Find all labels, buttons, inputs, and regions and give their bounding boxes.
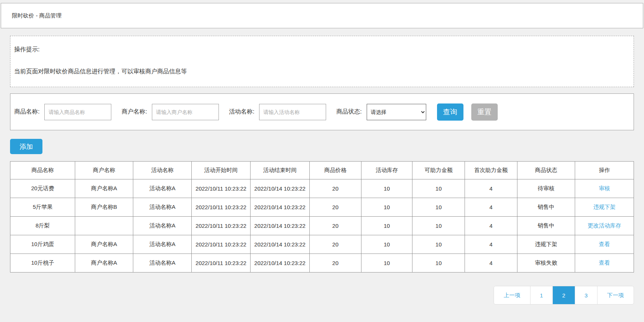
pagination-prev[interactable]: 上一项 <box>494 286 530 304</box>
table-cell: 4 <box>465 179 517 198</box>
table-cell: 20 <box>309 254 361 272</box>
table-cell: 2022/10/11 10:23:22 <box>192 254 250 272</box>
pagination: 上一项123下一项 <box>494 286 634 305</box>
page-title: 限时砍价 - 商品管理 <box>12 12 61 19</box>
table-cell: 2022/10/14 10:23:22 <box>250 235 309 254</box>
table-cell: 4 <box>465 254 517 272</box>
table-row: 5斤苹果商户名称B活动名称A2022/10/11 10:23:222022/10… <box>10 198 634 217</box>
table-cell: 销售中 <box>517 217 575 235</box>
table-cell: 活动名称A <box>133 254 191 272</box>
table-cell: 活动名称A <box>133 235 191 254</box>
table-cell: 商户名称A <box>75 254 133 272</box>
column-header: 商品状态 <box>517 162 575 179</box>
column-header: 活动结束时间 <box>250 162 309 179</box>
table-cell: 10 <box>412 179 465 198</box>
filter-bar: 商品名称: 商户名称: 活动名称: 商品状态: 请选择 查询 重置 <box>10 93 634 130</box>
table-cell: 10 <box>412 198 465 217</box>
products-table: 商品名称商户名称活动名称活动开始时间活动结束时间商品价格活动库存可助力金额首次助… <box>10 161 634 272</box>
row-action-link[interactable]: 更改活动库存 <box>588 222 621 229</box>
reset-button[interactable]: 重置 <box>471 103 498 121</box>
table-header-row: 商品名称商户名称活动名称活动开始时间活动结束时间商品价格活动库存可助力金额首次助… <box>10 162 634 179</box>
search-button[interactable]: 查询 <box>437 103 463 121</box>
table-cell: 10 <box>412 217 465 235</box>
action-cell: 审核 <box>575 179 634 198</box>
row-action-link[interactable]: 违规下架 <box>593 204 616 210</box>
table-cell: 商户名称A <box>75 235 133 254</box>
table-cell: 2022/10/11 10:23:22 <box>192 198 250 217</box>
table-cell: 4 <box>465 198 517 217</box>
product-status-label: 商品状态: <box>336 108 361 116</box>
activity-name-label: 活动名称: <box>229 108 254 116</box>
table-cell: 10 <box>412 254 465 272</box>
table-cell: 销售中 <box>517 198 575 217</box>
column-header: 活动名称 <box>133 162 191 179</box>
row-action-link[interactable]: 查看 <box>599 241 610 247</box>
table-cell: 20 <box>309 179 361 198</box>
column-header: 商户名称 <box>75 162 133 179</box>
table-cell: 10 <box>361 179 412 198</box>
product-status-select[interactable]: 请选择 <box>367 104 426 120</box>
table-row: 10斤桃子商户名称A活动名称A2022/10/11 10:23:222022/1… <box>10 254 634 272</box>
pagination-page-1[interactable]: 1 <box>530 286 552 304</box>
table-cell: 2022/10/11 10:23:22 <box>192 179 250 198</box>
action-cell: 违规下架 <box>575 198 634 217</box>
pagination-next[interactable]: 下一项 <box>597 286 634 304</box>
operation-tips-panel: 操作提示: 当前页面对限时砍价商品信息进行管理，可以审核商户商品信息等 <box>10 36 634 87</box>
column-header: 首次助力金额 <box>465 162 517 179</box>
activity-name-field-group: 活动名称: <box>219 104 326 120</box>
merchant-name-field-group: 商户名称: <box>111 104 219 120</box>
product-name-label: 商品名称: <box>14 108 39 116</box>
table-cell: 商户名称A <box>75 179 133 198</box>
table-cell: 2022/10/14 10:23:22 <box>250 198 309 217</box>
activity-name-input[interactable] <box>259 104 326 120</box>
column-header: 操作 <box>575 162 634 179</box>
column-header: 商品名称 <box>10 162 75 179</box>
row-action-link[interactable]: 查看 <box>599 259 610 266</box>
table-cell: 2022/10/11 10:23:22 <box>192 217 250 235</box>
merchant-name-label: 商户名称: <box>121 108 147 116</box>
table-body: 20元话费商户名称A活动名称A2022/10/11 10:23:222022/1… <box>10 179 634 272</box>
table-cell: 20 <box>309 198 361 217</box>
table-cell: 待审核 <box>517 179 575 198</box>
column-header: 商品价格 <box>309 162 361 179</box>
table-cell: 2022/10/14 10:23:22 <box>250 217 309 235</box>
merchant-name-input[interactable] <box>152 104 219 120</box>
table-cell: 10 <box>361 217 412 235</box>
add-button[interactable]: 添加 <box>10 139 42 154</box>
table-cell: 2022/10/14 10:23:22 <box>250 179 309 198</box>
header-row: 商品名称商户名称活动名称活动开始时间活动结束时间商品价格活动库存可助力金额首次助… <box>10 162 634 179</box>
pagination-row: 上一项123下一项 <box>10 286 634 316</box>
product-name-input[interactable] <box>44 104 111 120</box>
table-row: 8斤梨活动名称A2022/10/11 10:23:222022/10/14 10… <box>10 217 634 235</box>
table-cell: 活动名称A <box>133 198 191 217</box>
table-cell: 商户名称B <box>75 198 133 217</box>
table-cell: 10 <box>412 235 465 254</box>
table-cell: 违规下架 <box>517 235 575 254</box>
table-cell: 10 <box>361 254 412 272</box>
table-cell: 10斤鸡蛋 <box>10 235 75 254</box>
column-header: 可助力金额 <box>412 162 465 179</box>
product-status-field-group: 商品状态: 请选择 <box>326 104 426 120</box>
tips-body: 当前页面对限时砍价商品信息进行管理，可以审核商户商品信息等 <box>14 68 629 76</box>
pagination-page-2[interactable]: 2 <box>552 286 575 304</box>
action-cell: 查看 <box>575 235 634 254</box>
table-cell: 20 <box>309 235 361 254</box>
table-cell: 10 <box>361 198 412 217</box>
table-row: 10斤鸡蛋商户名称A活动名称A2022/10/11 10:23:222022/1… <box>10 235 634 254</box>
table-cell: 活动名称A <box>133 179 191 198</box>
table-cell: 审核失败 <box>517 254 575 272</box>
table-cell: 20 <box>309 217 361 235</box>
row-action-link[interactable]: 审核 <box>599 185 610 191</box>
main-content: 操作提示: 当前页面对限时砍价商品信息进行管理，可以审核商户商品信息等 商品名称… <box>0 36 644 316</box>
table-cell: 活动名称A <box>133 217 191 235</box>
table-cell: 8斤梨 <box>10 217 75 235</box>
column-header: 活动库存 <box>361 162 412 179</box>
pagination-page-3[interactable]: 3 <box>575 286 597 304</box>
action-cell: 更改活动库存 <box>575 217 634 235</box>
table-cell: 4 <box>465 217 517 235</box>
table-cell: 20元话费 <box>10 179 75 198</box>
table-cell <box>75 217 133 235</box>
product-name-field-group: 商品名称: <box>14 104 111 120</box>
action-cell: 查看 <box>575 254 634 272</box>
table-cell: 4 <box>465 235 517 254</box>
